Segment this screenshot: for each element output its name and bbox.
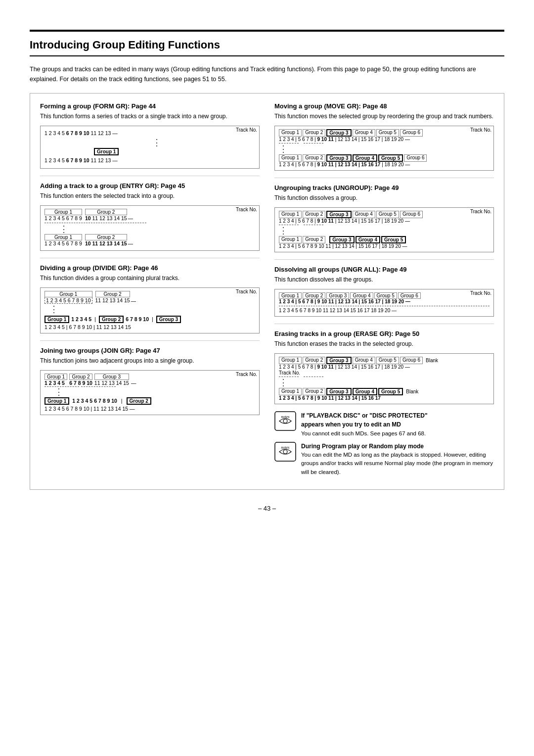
ungr-all-diagram: Track No. Group 1 Group 2 Group 3 Group … [274, 289, 494, 317]
divide-g3-bot-wrap: Group 3 [156, 316, 181, 323]
join-g2-top: Group 2 6 7 8 9 10 [69, 374, 92, 386]
move-nums-before: 1 2 3 4 | 5 6 7 8 | 9 10 11 | 12 13 14 |… [279, 137, 490, 142]
ug-ag2: Group 2 [303, 236, 325, 243]
eg-dot1 [279, 377, 299, 377]
join-g1-top: Group 1 1 2 3 4 5 [44, 374, 67, 386]
notes-icon-1: notes [274, 411, 296, 431]
form-gr-desc: This function forms a series of tracks o… [40, 112, 260, 121]
entry-g1-nums-top: 1 2 3 4 5 6 7 8 9 [44, 215, 82, 221]
eg-g3: Group 3 [326, 357, 351, 364]
divide-g1-bot-wrap: Group 1 [44, 316, 69, 323]
note1-sub: appears when you try to edit an MD [301, 421, 401, 428]
entry-g2-label-top: Group 2 [85, 209, 127, 215]
ungr-all-title: Dissolving all groups (UNGR ALL): Page 4… [274, 266, 494, 273]
ua-g4: Group 4 [350, 292, 373, 299]
entry-g1-bot: Group 1 1 2 3 4 5 6 7 8 9 [44, 234, 82, 246]
erase-gr-title: Erasing tracks in a group (ERASE GR): Pa… [274, 330, 494, 337]
move-nums-after: 1 2 3 4 | 5 6 7 8 | 9 10 11 | 12 13 14 |… [279, 162, 490, 167]
ug-dot1 [279, 225, 299, 225]
entry-before-row: Group 1 1 2 3 4 5 6 7 8 9 Group 2 10 11 … [44, 209, 229, 221]
ungr-all-desc: This function dissolves all the groups. [274, 275, 494, 284]
note2-box: notes During Program play or Random play… [274, 442, 494, 476]
entry-dash2: — [128, 240, 134, 246]
entry-after-row: Group 1 1 2 3 4 5 6 7 8 9 Group 2 10 11 … [44, 234, 229, 246]
sep5 [274, 259, 494, 260]
form-group1-row: Group 1 [44, 148, 229, 155]
divide-g2-bot-wrap: Group 2 [99, 316, 124, 323]
form-dots: ⋮ [84, 138, 229, 147]
divide-g2-label: Group 2 [95, 291, 130, 297]
ungroup-diagram: Track No. Group 1 Group 2 Group 3 Group … [274, 207, 494, 252]
form-group1-box: Group 1 [94, 148, 119, 155]
join-g3-label: Group 3 [94, 374, 129, 380]
ua-g3: Group 3 [326, 292, 349, 299]
join-g1-after: Group 1 [44, 397, 69, 405]
join-gr-desc: This function joins two adjacent groups … [40, 356, 260, 365]
divide-g1-bot-nums: 1 2 3 4 5 [71, 316, 91, 322]
divide-g1-bot: Group 1 [44, 316, 69, 323]
note1-title: If "PLAYBACK DISC" or "DISC PROTECTED" [301, 412, 428, 419]
form-top-nums: 1 2 3 4 5 6 7 8 9 10 11 12 13 — [44, 130, 118, 136]
entry-g1-label-bot: Group 1 [44, 234, 82, 240]
ug-g5: Group 5 [376, 211, 399, 218]
note1-text: If "PLAYBACK DISC" or "DISC PROTECTED" a… [301, 411, 428, 438]
divide-g2-top: Group 2 11 12 13 14 15 [95, 291, 130, 304]
eg-blank-label2: Blank [406, 389, 418, 394]
join-g3-top: Group 3 11 12 13 14 15 [94, 374, 129, 386]
entry-g2-nums-top: 10 11 12 13 14 15 [85, 215, 127, 221]
join-after-nums: 1 2 3 4 5 6 7 8 9 10 | 11 12 13 14 15 — [44, 406, 229, 412]
ungroup-desc: This function dissolves a group. [274, 193, 494, 202]
join-before-row: Group 1 1 2 3 4 5 Group 2 6 7 8 9 10 Gro… [44, 374, 229, 386]
move-arrow: ⋮ [279, 144, 490, 153]
ua-g6: Group 6 [398, 292, 421, 299]
join-dash1: — [131, 380, 136, 386]
erase-after-row: Group 1 Group 2 Group 3 Group 4 Group 5 … [279, 388, 490, 395]
note1-body: You cannot edit such MDs. See pages 67 a… [301, 430, 426, 436]
track-no-2: Track No. [236, 207, 257, 212]
entry-gr-diagram: Track No. Group 1 1 2 3 4 5 6 7 8 9 Grou… [40, 205, 260, 251]
move-g3: Group 3 [326, 129, 351, 137]
entry-g2-nums-bot: 10 11 12 13 14 15 [85, 240, 127, 246]
ungroup-dots-row [279, 225, 490, 225]
erase-nums-before: 1 2 3 4 | 5 6 7 8 | 9 10 11 | 12 13 14 |… [279, 364, 490, 370]
eg-ag1: Group 1 [279, 388, 302, 395]
note1-box: notes If "PLAYBACK DISC" or "DISC PROTEC… [274, 411, 494, 438]
move-ag5: Group 5 [378, 154, 403, 162]
eg-blank-label: Blank [426, 358, 438, 363]
ug-g2: Group 2 [303, 211, 325, 218]
page: Introducing Group Editing Functions The … [0, 0, 534, 756]
title-section: Introducing Group Editing Functions [30, 32, 504, 56]
join-g1-after-nums: 1 2 3 4 5 6 7 8 9 10 [72, 398, 117, 404]
entry-dash1: — [128, 215, 134, 221]
join-g3-nums: 11 12 13 14 15 [94, 380, 129, 386]
erase-dots-row [279, 377, 490, 377]
move-gr-section: Moving a group (MOVE GR): Page 48 This f… [274, 102, 494, 171]
ug-dot2 [304, 225, 323, 225]
eg-g2: Group 2 [303, 357, 325, 364]
ua-g1: Group 1 [279, 292, 302, 299]
move-dots-row [279, 143, 490, 143]
erase-gr-diagram: Group 1 Group 2 Group 3 Group 4 Group 5 … [274, 353, 494, 404]
divide-g1-label: Group 1 [44, 291, 92, 297]
move-gr-title: Moving a group (MOVE GR): Page 48 [274, 102, 494, 110]
note2-text: During Program play or Random play mode … [301, 442, 494, 476]
page-number: – 43 – [30, 505, 504, 512]
entry-g1-top: Group 1 1 2 3 4 5 6 7 8 9 [44, 209, 82, 221]
form-bottom: 1 2 3 4 5 6 7 8 9 10 11 12 13 — [44, 157, 118, 163]
join-g1-nums: 1 2 3 4 5 [44, 380, 67, 386]
ungroup-nums-after: 1 2 3 4 | 5 6 7 8 9 10 11 | 12 13 14 | 1… [279, 243, 490, 249]
join-g2-label: Group 2 [69, 374, 92, 380]
divide-before-row: Group 1 1 2 3 4 5 6 7 8 9 10 Group 2 11 … [44, 291, 229, 304]
eg-g5: Group 5 [376, 357, 399, 364]
erase-nums-after: 1 2 3 4 | 5 6 7 8 | 9 10 11 | 12 13 14 |… [279, 395, 490, 401]
divide-g2-bot-nums: 6 7 8 9 10 [126, 316, 149, 322]
divide-sep2: | [152, 316, 153, 322]
ungroup-after-row: Group 1 Group 2 Group 3 Group 4 Group 5 [279, 236, 490, 243]
entry-g2-bot: Group 2 10 11 12 13 14 15 [85, 234, 127, 246]
divide-gr-diagram: Track No. Group 1 1 2 3 4 5 6 7 8 9 10 G… [40, 287, 260, 333]
entry-dots: ⋮ [59, 225, 229, 234]
track-no-7: Track No. [470, 290, 491, 296]
form-gr-section: Forming a group (FORM GR): Page 44 This … [40, 102, 260, 169]
ug-ag3: Group 3 [329, 236, 354, 243]
ungroup-before-row: Group 1 Group 2 Group 3 Group 4 Group 5 … [279, 211, 490, 218]
